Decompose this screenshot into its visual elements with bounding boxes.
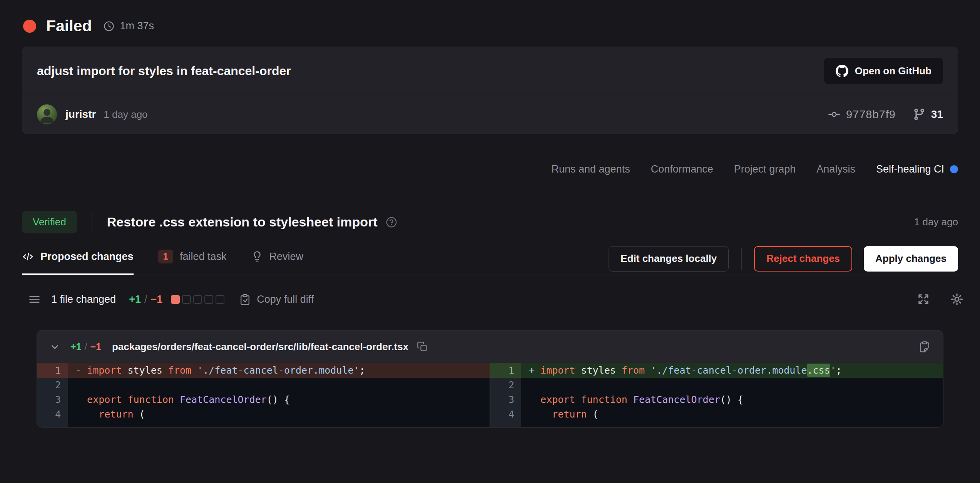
pr-number: 31 — [931, 108, 943, 121]
failed-status-dot — [23, 20, 36, 33]
nav-item-project-graph[interactable]: Project graph — [734, 163, 796, 175]
tab-review[interactable]: Review — [251, 246, 304, 275]
diff-counts: +1 / −1 — [129, 293, 162, 305]
file-additions-count: +1 — [70, 341, 82, 352]
fix-header: Verified Restore .css extension to style… — [22, 211, 958, 233]
file-list-menu-icon[interactable] — [28, 293, 41, 306]
fix-title: Restore .css extension to stylesheet imp… — [107, 215, 378, 230]
commit-time-ago: 1 day ago — [104, 109, 147, 121]
line-number: 2 — [490, 378, 521, 392]
nav-item-label: Runs and agents — [552, 163, 630, 175]
fix-actions: Edit changes locally Reject changes Appl… — [609, 246, 958, 272]
nav-item-conformance[interactable]: Conformance — [651, 163, 713, 175]
code-line — [68, 378, 490, 392]
file-diff-header: +1 / −1 packages/orders/feat-cancel-orde… — [37, 330, 943, 363]
line-number: 3 — [490, 392, 521, 407]
commit-icon — [828, 108, 841, 121]
copy-full-diff-button[interactable]: Copy full diff — [239, 293, 314, 305]
tab-failed-task-label: failed task — [180, 251, 227, 263]
apply-changes-button[interactable]: Apply changes — [864, 246, 958, 272]
tab-review-label: Review — [269, 251, 304, 263]
failed-task-count-badge: 1 — [158, 250, 173, 263]
lightbulb-icon — [251, 251, 263, 262]
verified-badge: Verified — [22, 211, 77, 233]
nav-item-label: Analysis — [816, 163, 855, 175]
clock-icon — [103, 20, 115, 32]
file-diff-card: +1 / −1 packages/orders/feat-cancel-orde… — [37, 330, 943, 428]
copy-path-icon[interactable] — [417, 341, 428, 352]
diff-block-empty — [193, 295, 202, 304]
file-deletions-count: −1 — [90, 341, 101, 352]
gutter-filler — [37, 422, 68, 427]
diff-block-filled — [171, 295, 180, 304]
diff-pane-before: 1- import styles from './feat-cancel-ord… — [37, 363, 490, 427]
run-duration-text: 1m 37s — [120, 20, 154, 32]
files-changed-label: 1 file changed — [51, 293, 116, 305]
commit-author[interactable]: juristr — [65, 108, 96, 121]
line-number: 4 — [37, 407, 68, 422]
diff-toolbar: 1 file changed +1 / −1 Copy full diff — [28, 292, 964, 306]
code-filler — [521, 422, 943, 427]
open-on-github-label: Open on GitHub — [855, 65, 932, 77]
count-separator: / — [85, 341, 87, 352]
code-line: export function FeatCancelOrder() { — [521, 392, 943, 407]
line-number: 2 — [37, 378, 68, 392]
divider — [92, 211, 92, 233]
diff-block-empty — [204, 295, 213, 304]
nav-item-self-healing-ci[interactable]: Self-healing CI — [876, 163, 958, 175]
tab-failed-task[interactable]: 1 failed task — [158, 245, 227, 276]
run-duration: 1m 37s — [103, 20, 154, 32]
line-number: 3 — [37, 392, 68, 407]
fix-time-ago: 1 day ago — [914, 216, 958, 228]
nav-item-label: Self-healing CI — [876, 163, 944, 175]
commit-sha: 9778b7f9 — [846, 108, 896, 121]
pr-link[interactable]: 31 — [913, 108, 943, 121]
copy-file-diff-icon[interactable] — [918, 340, 931, 353]
tab-proposed-changes-label: Proposed changes — [40, 251, 134, 263]
reject-changes-button[interactable]: Reject changes — [754, 246, 852, 272]
help-icon[interactable] — [385, 216, 398, 228]
nav-item-label: Conformance — [651, 163, 713, 175]
git-branch-icon — [913, 108, 926, 121]
tab-proposed-changes[interactable]: Proposed changes — [22, 246, 134, 275]
line-number: 1 — [490, 363, 521, 378]
expand-icon[interactable] — [917, 293, 930, 306]
diff-blocks-indicator — [171, 295, 224, 304]
diff-block-empty — [216, 295, 224, 304]
deletions-count: −1 — [151, 293, 162, 305]
code-line: + import styles from './feat-cancel-orde… — [521, 363, 943, 378]
code-filler — [68, 422, 490, 427]
github-icon — [836, 65, 848, 77]
fix-tabs-row: Proposed changes 1 failed task Review Ed… — [22, 245, 958, 275]
avatar — [37, 104, 57, 124]
code-line: return ( — [521, 407, 943, 422]
code-line: export function FeatCancelOrder() { — [68, 392, 490, 407]
commit-card: adjust import for styles in feat-cancel-… — [22, 47, 958, 134]
code-line: return ( — [68, 407, 490, 422]
divider — [741, 248, 742, 270]
active-nav-dot — [950, 165, 958, 173]
nav-item-runs-and-agents[interactable]: Runs and agents — [552, 163, 630, 175]
additions-count: +1 — [129, 293, 141, 305]
nav-item-analysis[interactable]: Analysis — [816, 163, 855, 175]
line-number: 4 — [490, 407, 521, 422]
copy-full-diff-label: Copy full diff — [257, 293, 314, 305]
chevron-down-icon[interactable] — [49, 341, 60, 352]
edit-changes-locally-button[interactable]: Edit changes locally — [609, 246, 729, 272]
run-status-label: Failed — [46, 17, 92, 35]
file-diff-counts: +1 / −1 — [70, 341, 101, 352]
code-line: - import styles from './feat-cancel-orde… — [68, 363, 490, 378]
run-status-row: Failed 1m 37s — [0, 0, 980, 35]
open-on-github-button[interactable]: Open on GitHub — [824, 58, 943, 84]
code-line — [521, 378, 943, 392]
nav-item-label: Project graph — [734, 163, 796, 175]
count-separator: / — [144, 293, 147, 305]
commit-sha-link[interactable]: 9778b7f9 — [828, 108, 896, 121]
code-icon — [22, 251, 34, 263]
diff-pane-after: 1+ import styles from './feat-cancel-ord… — [490, 363, 943, 427]
diff-block-empty — [182, 295, 191, 304]
diff-split-view: 1- import styles from './feat-cancel-ord… — [37, 363, 943, 427]
commit-title: adjust import for styles in feat-cancel-… — [37, 64, 291, 78]
line-number: 1 — [37, 363, 68, 378]
gear-icon[interactable] — [950, 292, 964, 306]
